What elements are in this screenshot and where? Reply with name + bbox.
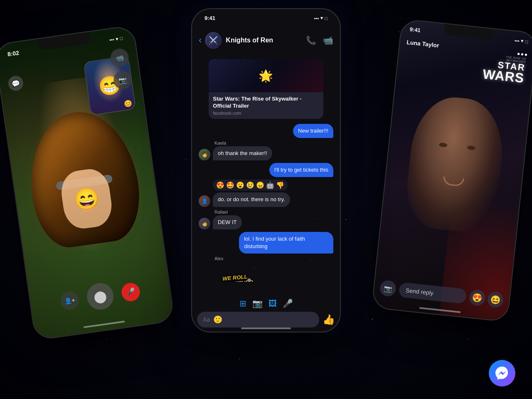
message-row: I'll try to get tickets this bbox=[199, 163, 333, 177]
reply-placeholder: Send reply bbox=[405, 287, 433, 296]
chat-header-info: Knights of Ren bbox=[226, 37, 306, 44]
right-time: 9:41 bbox=[409, 26, 421, 34]
emoji-picker-icon[interactable]: 🙂 bbox=[213, 315, 222, 324]
mic-input-icon[interactable]: 🎤 bbox=[283, 298, 293, 308]
sender-name: Kaela bbox=[214, 140, 272, 145]
star-wars-logo: THE RISE OF SKYWALKER STAR WARS bbox=[482, 53, 526, 84]
contact-name: Luna Taylor bbox=[406, 39, 440, 49]
end-call-button[interactable]: ⬤ bbox=[85, 281, 115, 311]
reaction-emoji: 😠 bbox=[256, 181, 264, 189]
message-content: Rafael DEW IT bbox=[213, 209, 242, 229]
link-preview[interactable]: 🌟 Star Wars: The Rise of Skywalker - Off… bbox=[209, 59, 323, 119]
laughing-reaction[interactable]: 😆 bbox=[487, 291, 504, 308]
sw-wars-text: WARS bbox=[482, 68, 525, 84]
message-bubble: lol. I find your lack of faith disturbin… bbox=[239, 232, 333, 254]
image-input-icon[interactable]: 🖼 bbox=[268, 299, 277, 308]
bb8-sticker: 🤖 bbox=[238, 278, 261, 282]
message-row: Alex WE ROLL TOGETHER 🤖 bbox=[199, 256, 333, 282]
link-info: Star Wars: The Rise of Skywalker - Offic… bbox=[209, 92, 323, 119]
phone-center: 9:41 ▪▪▪ ▾ □ ‹ ⚔️ Knights of Ren 📞 📹 bbox=[191, 8, 341, 332]
center-status-icons: ▪▪▪ ▾ □ bbox=[314, 15, 328, 21]
laughing-emoji: 😆 bbox=[490, 294, 501, 305]
sender-name: Alex bbox=[214, 256, 263, 261]
camera-icon: 📷 bbox=[383, 284, 392, 293]
message-content: Kaela oh thank the maker!! bbox=[213, 140, 272, 160]
message-content: I'll try to get tickets this bbox=[269, 163, 333, 177]
message-row: lol. I find your lack of faith disturbin… bbox=[199, 232, 333, 254]
sender-avatar: 🧑 bbox=[199, 218, 210, 229]
center-time: 9:41 bbox=[204, 15, 215, 21]
mic-icon: 🎤 bbox=[126, 287, 136, 297]
right-status-icons: ▪▪▪ ▾ □ bbox=[514, 37, 528, 44]
camera-input-icon[interactable]: 📷 bbox=[252, 298, 263, 308]
microphone-mute-button[interactable]: 🎤 bbox=[121, 282, 141, 303]
add-person-icon: 👤+ bbox=[64, 297, 75, 305]
heart-eyes-emoji: 😍 bbox=[472, 292, 483, 303]
message-content: do. or do not. there is no try. bbox=[213, 192, 290, 207]
message-bubble: do. or do not. there is no try. bbox=[213, 192, 290, 207]
input-row: Aa 🙂 👍 bbox=[197, 312, 335, 328]
link-title: Star Wars: The Rise of Skywalker - Offic… bbox=[213, 96, 319, 110]
center-status-bar: 9:41 ▪▪▪ ▾ □ bbox=[204, 15, 328, 21]
messenger-circle bbox=[489, 360, 515, 387]
reaction-emoji: 😢 bbox=[246, 181, 254, 189]
input-placeholder: Aa bbox=[203, 316, 210, 323]
chat-header: ‹ ⚔️ Knights of Ren 📞 📹 bbox=[192, 26, 340, 55]
messages-area: 🌟 Star Wars: The Rise of Skywalker - Off… bbox=[192, 55, 340, 282]
sender-avatar: 👤 bbox=[199, 195, 210, 207]
sticker-message: WE ROLL TOGETHER 🤖 bbox=[213, 262, 263, 282]
video-call-button[interactable]: 📹 bbox=[323, 35, 333, 45]
message-row: 🧑 Kaela oh thank the maker!! bbox=[199, 140, 333, 160]
pip-emoji: 😊 bbox=[123, 99, 133, 108]
reaction-emoji: 😍 bbox=[216, 181, 224, 189]
message-row: New trailer!!! bbox=[199, 124, 333, 138]
message-bubble: DEW IT bbox=[213, 215, 242, 229]
group-avatar: ⚔️ bbox=[205, 32, 222, 49]
chat-group-name: Knights of Ren bbox=[226, 37, 306, 44]
add-person-button[interactable]: 👤+ bbox=[59, 291, 80, 311]
messenger-icon bbox=[495, 366, 510, 381]
video-toggle-button[interactable]: 📹 bbox=[109, 47, 130, 68]
message-bubble: New trailer!!! bbox=[293, 124, 333, 138]
reactions-bar: 😍 🤩 😮 😢 😠 🤖 👎 bbox=[213, 180, 288, 191]
link-domain: facebook.com bbox=[213, 111, 319, 116]
helmet-shape: 😄 bbox=[22, 105, 145, 252]
voice-call-button[interactable]: 📞 bbox=[306, 35, 316, 45]
link-thumbnail: 🌟 bbox=[209, 59, 323, 92]
reaction-emoji: 🤩 bbox=[226, 181, 234, 189]
message-bubble: I'll try to get tickets this bbox=[269, 163, 333, 177]
heart-eyes-reaction[interactable]: 😍 bbox=[468, 289, 486, 306]
input-icons-row: ⊞ 📷 🖼 🎤 bbox=[197, 298, 335, 308]
message-input[interactable]: Aa 🙂 bbox=[197, 312, 319, 328]
message-row: 🧑 Rafael DEW IT bbox=[199, 209, 333, 229]
end-call-icon: ⬤ bbox=[93, 289, 108, 304]
sw-logo-main: STAR WARS bbox=[482, 59, 526, 84]
message-content: New trailer!!! bbox=[293, 124, 333, 138]
like-button[interactable]: 👍 bbox=[323, 314, 335, 325]
left-eye bbox=[439, 143, 448, 148]
apps-icon[interactable]: ⊞ bbox=[239, 298, 246, 308]
camera-switch-button[interactable]: 📷 bbox=[112, 70, 133, 91]
header-icons: 📞 📹 bbox=[306, 35, 333, 45]
video-icon: 📹 bbox=[115, 53, 124, 62]
chat-input-area: ⊞ 📷 🖼 🎤 Aa 🙂 👍 bbox=[192, 294, 340, 332]
messenger-logo bbox=[489, 360, 515, 387]
message-row: 👤 do. or do not. there is no try. bbox=[199, 192, 333, 207]
reaction-emoji: 🤖 bbox=[266, 181, 274, 189]
sender-name: Rafael bbox=[214, 209, 242, 214]
back-button[interactable]: ‹ bbox=[199, 35, 202, 46]
message-bubble: oh thank the maker!! bbox=[213, 146, 272, 160]
reaction-emoji: 😮 bbox=[236, 181, 244, 189]
left-status-icons: ▪▪▪ ▾ □ bbox=[109, 35, 123, 42]
right-eye bbox=[467, 145, 475, 150]
camera-icon: 📷 bbox=[118, 76, 127, 85]
reaction-emoji: 👎 bbox=[276, 181, 284, 189]
message-content: lol. I find your lack of faith disturbin… bbox=[239, 232, 333, 254]
sender-avatar: 🧑 bbox=[199, 149, 210, 160]
story-camera-button[interactable]: 📷 bbox=[379, 280, 397, 297]
center-screen: 9:41 ▪▪▪ ▾ □ ‹ ⚔️ Knights of Ren 📞 📹 bbox=[192, 9, 340, 332]
